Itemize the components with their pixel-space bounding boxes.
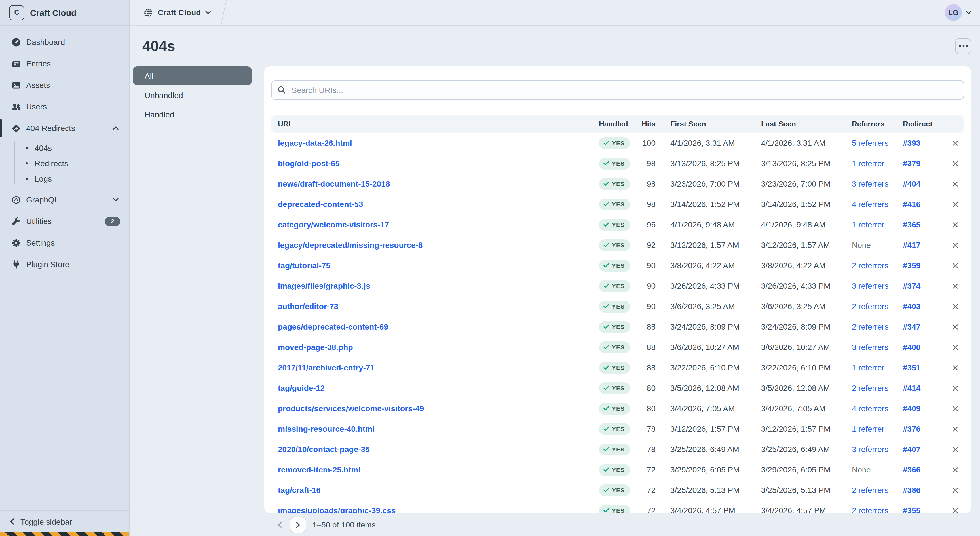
delete-row-button[interactable] xyxy=(950,280,961,291)
referrers-link[interactable]: 3 referrers xyxy=(852,343,888,352)
sidebar-item-graphql[interactable]: GraphQL xyxy=(0,189,129,210)
delete-row-button[interactable] xyxy=(950,301,961,312)
delete-row-button[interactable] xyxy=(950,362,961,373)
sidebar-item-plugin-store[interactable]: Plugin Store xyxy=(0,253,129,275)
delete-row-button[interactable] xyxy=(950,505,961,513)
column-header-first-seen[interactable]: First Seen xyxy=(655,120,761,128)
redirect-link[interactable]: #379 xyxy=(903,159,920,168)
delete-row-button[interactable] xyxy=(950,382,961,394)
uri-link[interactable]: tag/guide-12 xyxy=(278,383,325,393)
sidebar-item-404-redirects[interactable]: 404 Redirects xyxy=(0,118,129,139)
delete-row-button[interactable] xyxy=(950,403,961,414)
redirect-link[interactable]: #404 xyxy=(903,179,920,188)
column-header-hits[interactable]: Hits xyxy=(633,120,655,128)
redirect-link[interactable]: #374 xyxy=(903,282,920,290)
column-header-referrers[interactable]: Referrers xyxy=(851,120,903,128)
referrers-link[interactable]: 3 referrers xyxy=(852,282,888,290)
sidebar-item-settings[interactable]: Settings xyxy=(0,232,129,253)
uri-link[interactable]: blog/old-post-65 xyxy=(278,159,340,168)
previous-page-button[interactable] xyxy=(275,522,283,528)
sidebar-subitem-logs[interactable]: Logs xyxy=(0,171,129,186)
delete-row-button[interactable] xyxy=(950,137,961,149)
referrers-link[interactable]: 2 referrers xyxy=(852,322,888,331)
referrers-link[interactable]: 2 referrers xyxy=(852,506,888,513)
referrers-link[interactable]: 2 referrers xyxy=(852,261,888,270)
delete-row-button[interactable] xyxy=(950,423,961,434)
uri-link[interactable]: missing-resource-40.html xyxy=(278,424,375,433)
redirect-link[interactable]: #407 xyxy=(903,445,920,454)
uri-link[interactable]: tag/tutorial-75 xyxy=(278,261,330,270)
referrers-link[interactable]: 1 referrer xyxy=(852,363,885,372)
delete-row-button[interactable] xyxy=(950,239,961,251)
uri-link[interactable]: news/draft-document-15-2018 xyxy=(278,179,390,188)
redirect-link[interactable]: #403 xyxy=(903,302,920,311)
delete-row-button[interactable] xyxy=(950,321,961,332)
account-menu[interactable]: LG xyxy=(945,4,980,21)
redirect-link[interactable]: #386 xyxy=(903,485,920,495)
uri-link[interactable]: 2017/11/archived-entry-71 xyxy=(278,363,375,372)
referrers-link[interactable]: 1 referrer xyxy=(852,424,885,433)
delete-row-button[interactable] xyxy=(950,219,961,230)
sidebar-item-users[interactable]: Users xyxy=(0,96,129,118)
uri-link[interactable]: author/editor-73 xyxy=(278,302,338,311)
redirect-link[interactable]: #347 xyxy=(903,322,920,331)
page-actions-button[interactable] xyxy=(955,38,972,54)
referrers-link[interactable]: 1 referrer xyxy=(852,220,885,229)
delete-row-button[interactable] xyxy=(950,260,961,271)
uri-link[interactable]: images/uploads/graphic-39.css xyxy=(278,506,396,513)
redirect-link[interactable]: #359 xyxy=(903,261,920,270)
redirect-link[interactable]: #366 xyxy=(903,465,920,474)
referrers-link[interactable]: 4 referrers xyxy=(852,404,888,413)
sidebar-item-entries[interactable]: Entries xyxy=(0,53,129,74)
tab-unhandled[interactable]: Unhandled xyxy=(133,86,252,104)
delete-row-button[interactable] xyxy=(950,342,961,353)
uri-link[interactable]: removed-item-25.html xyxy=(278,465,360,474)
sidebar-item-utilities[interactable]: Utilities2 xyxy=(0,210,129,232)
redirect-link[interactable]: #400 xyxy=(903,343,920,352)
uri-link[interactable]: category/welcome-visitors-17 xyxy=(278,220,389,229)
next-page-button[interactable] xyxy=(290,517,306,533)
column-header-uri[interactable]: URI xyxy=(271,120,584,128)
column-header-last-seen[interactable]: Last Seen xyxy=(761,120,851,128)
uri-link[interactable]: deprecated-content-53 xyxy=(278,200,363,209)
redirect-link[interactable]: #414 xyxy=(903,383,920,393)
uri-link[interactable]: 2020/10/contact-page-35 xyxy=(278,445,370,454)
avatar[interactable]: LG xyxy=(945,4,962,21)
sidebar-subitem-redirects[interactable]: Redirects xyxy=(0,156,129,171)
uri-link[interactable]: images/files/graphic-3.js xyxy=(278,282,370,290)
delete-row-button[interactable] xyxy=(950,464,961,475)
uri-link[interactable]: legacy-data-26.html xyxy=(278,138,352,148)
redirect-link[interactable]: #417 xyxy=(903,240,920,250)
referrers-link[interactable]: 2 referrers xyxy=(852,302,888,311)
redirect-link[interactable]: #351 xyxy=(903,363,920,372)
delete-row-button[interactable] xyxy=(950,157,961,169)
redirect-link[interactable]: #376 xyxy=(903,424,920,433)
uri-link[interactable]: pages/deprecated-content-69 xyxy=(278,322,388,331)
delete-row-button[interactable] xyxy=(950,178,961,189)
redirect-link[interactable]: #409 xyxy=(903,404,920,413)
tab-handled[interactable]: Handled xyxy=(133,105,252,124)
redirect-link[interactable]: #355 xyxy=(903,506,920,513)
redirect-link[interactable]: #416 xyxy=(903,200,920,209)
uri-link[interactable]: products/services/welcome-visitors-49 xyxy=(278,404,424,413)
tab-all[interactable]: All xyxy=(133,66,252,85)
referrers-link[interactable]: 3 referrers xyxy=(852,179,888,188)
referrers-link[interactable]: 3 referrers xyxy=(852,445,888,454)
uri-link[interactable]: legacy/deprecated/missing-resource-8 xyxy=(278,240,423,250)
search-input[interactable] xyxy=(290,85,958,95)
referrers-link[interactable]: 2 referrers xyxy=(852,485,888,495)
column-header-redirect[interactable]: Redirect xyxy=(903,120,950,128)
sidebar-item-assets[interactable]: Assets xyxy=(0,74,129,96)
delete-row-button[interactable] xyxy=(950,484,961,496)
redirect-link[interactable]: #393 xyxy=(903,138,920,148)
uri-link[interactable]: tag/craft-16 xyxy=(278,485,321,495)
uri-link[interactable]: moved-page-38.php xyxy=(278,343,353,352)
referrers-link[interactable]: 5 referrers xyxy=(852,138,888,148)
delete-row-button[interactable] xyxy=(950,444,961,455)
sidebar-subitem-404s[interactable]: 404s xyxy=(0,140,129,156)
redirect-link[interactable]: #365 xyxy=(903,220,920,229)
toggle-sidebar-button[interactable]: Toggle sidebar xyxy=(0,511,129,532)
referrers-link[interactable]: 2 referrers xyxy=(852,383,888,393)
referrers-link[interactable]: 1 referrer xyxy=(852,159,885,168)
delete-row-button[interactable] xyxy=(950,199,961,210)
